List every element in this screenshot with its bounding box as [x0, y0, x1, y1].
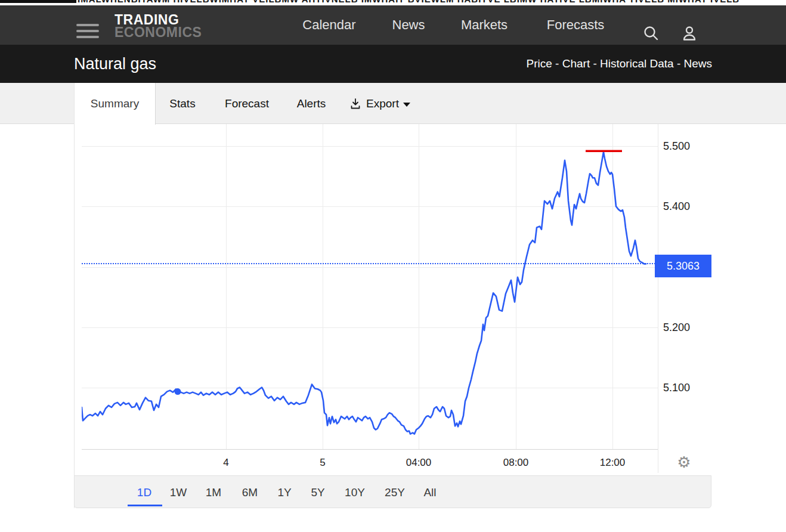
- chevron-down-icon: [403, 103, 410, 107]
- tab-forecast[interactable]: Forecast: [225, 83, 269, 124]
- current-price-badge: 5.3063: [655, 255, 711, 277]
- series-point-marker: [175, 388, 181, 395]
- nav-link-calendar[interactable]: Calendar: [302, 5, 355, 45]
- x-axis-label-12-00: 12:00: [583, 454, 642, 471]
- x-axis-label-5: 5: [293, 454, 352, 471]
- y-axis-label-5.500: 5.500: [663, 138, 717, 154]
- trading-economics-logo[interactable]: TRADING ECONOMICS: [115, 13, 202, 38]
- export-label: Export: [366, 97, 399, 110]
- page-title: Natural gas: [74, 45, 156, 83]
- export-button[interactable]: Export: [349, 83, 410, 124]
- range-button-1d[interactable]: 1D: [134, 484, 155, 502]
- range-button-1w[interactable]: 1W: [166, 484, 191, 502]
- range-button-10y[interactable]: 10Y: [341, 484, 369, 502]
- range-button-all[interactable]: All: [420, 484, 440, 502]
- range-button-25y[interactable]: 25Y: [381, 484, 409, 502]
- nav-link-news[interactable]: News: [392, 5, 425, 45]
- nav-link-markets[interactable]: Markets: [461, 5, 508, 45]
- page: IMALWHENBITAWM HIVELBWIMHAT VEILBMW AHTI…: [0, 0, 786, 532]
- y-axis-label-5.400: 5.400: [663, 199, 717, 214]
- price-chart-plot-area[interactable]: [82, 124, 658, 449]
- x-axis-label-04-00: 04:00: [389, 454, 448, 471]
- logo-line2: ECONOMICS: [115, 26, 202, 38]
- clipped-top-strip-text: IMALWHENBITAWM HIVELBWIMHAT VEILBMW AHTI…: [78, 0, 739, 4]
- x-axis-line: [82, 449, 658, 450]
- y-axis-border: [658, 124, 658, 473]
- nav-link-forecasts[interactable]: Forecasts: [547, 5, 605, 45]
- current-price-dotted-line: [82, 263, 658, 264]
- range-button-5y[interactable]: 5Y: [307, 484, 328, 502]
- tab-stats[interactable]: Stats: [169, 83, 195, 124]
- breadcrumb-links[interactable]: Price - Chart - Historical Data - News: [527, 45, 712, 83]
- card-left-border: [74, 83, 75, 508]
- instrument-title-bar: Natural gas Price - Chart - Historical D…: [0, 45, 786, 83]
- clipped-top-strip: IMALWHENBITAWM HIVELBWIMHAT VEILBMW AHTI…: [0, 0, 786, 5]
- tab-alerts[interactable]: Alerts: [297, 83, 326, 124]
- navbar: TRADING ECONOMICS CalendarNewsMarketsFor…: [0, 5, 786, 45]
- active-range-underline: [128, 505, 162, 506]
- x-axis-label-4: 4: [196, 454, 256, 471]
- user-account-icon[interactable]: [681, 25, 698, 42]
- clipped-top-strip-block: [0, 0, 76, 3]
- range-button-6m[interactable]: 6M: [239, 484, 261, 502]
- range-button-1m[interactable]: 1M: [202, 484, 225, 502]
- range-button-1y[interactable]: 1Y: [274, 484, 295, 502]
- time-range-bar: 1D1W1M6M1Y5Y10Y25YAll: [74, 475, 711, 508]
- chart-settings-gear-icon[interactable]: ⚙: [674, 452, 694, 472]
- hamburger-menu-icon[interactable]: [76, 24, 99, 38]
- search-icon[interactable]: [643, 25, 660, 42]
- price-line-series: [82, 152, 646, 434]
- y-axis-label-5.100: 5.100: [663, 380, 717, 395]
- x-axis-label-08-00: 08:00: [486, 454, 546, 471]
- tab-summary[interactable]: Summary: [74, 83, 156, 125]
- download-icon: [349, 97, 362, 110]
- y-axis-label-5.200: 5.200: [663, 320, 717, 335]
